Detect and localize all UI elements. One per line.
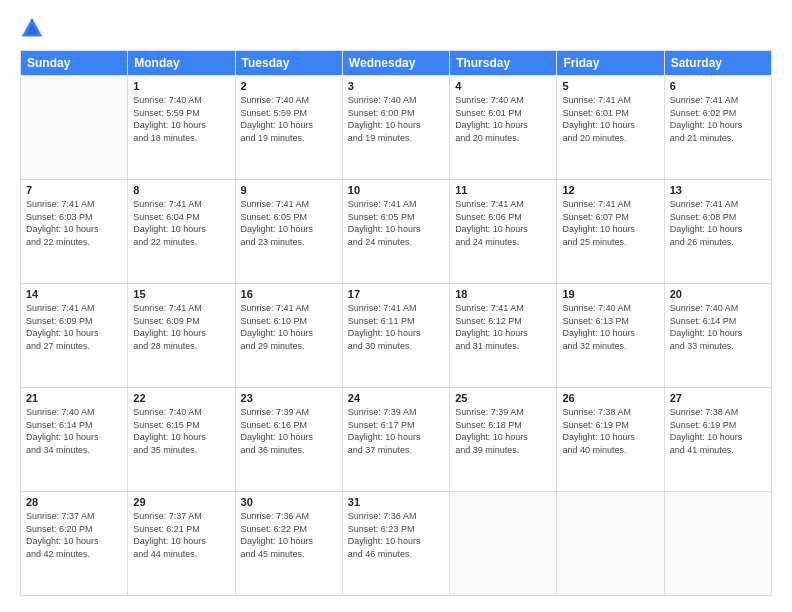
- day-number: 16: [241, 288, 337, 300]
- day-info: Sunrise: 7:36 AM Sunset: 6:22 PM Dayligh…: [241, 510, 337, 560]
- calendar-cell: 1Sunrise: 7:40 AM Sunset: 5:59 PM Daylig…: [128, 76, 235, 180]
- day-number: 25: [455, 392, 551, 404]
- day-info: Sunrise: 7:41 AM Sunset: 6:11 PM Dayligh…: [348, 302, 444, 352]
- day-info: Sunrise: 7:38 AM Sunset: 6:19 PM Dayligh…: [670, 406, 766, 456]
- calendar-week-row: 7Sunrise: 7:41 AM Sunset: 6:03 PM Daylig…: [21, 180, 772, 284]
- day-info: Sunrise: 7:41 AM Sunset: 6:10 PM Dayligh…: [241, 302, 337, 352]
- day-number: 28: [26, 496, 122, 508]
- calendar-cell: 23Sunrise: 7:39 AM Sunset: 6:16 PM Dayli…: [235, 388, 342, 492]
- calendar-cell: [450, 492, 557, 596]
- day-info: Sunrise: 7:39 AM Sunset: 6:16 PM Dayligh…: [241, 406, 337, 456]
- day-number: 17: [348, 288, 444, 300]
- day-number: 14: [26, 288, 122, 300]
- day-number: 8: [133, 184, 229, 196]
- calendar-cell: 21Sunrise: 7:40 AM Sunset: 6:14 PM Dayli…: [21, 388, 128, 492]
- weekday-header-cell: Monday: [128, 51, 235, 76]
- day-number: 3: [348, 80, 444, 92]
- calendar-cell: 19Sunrise: 7:40 AM Sunset: 6:13 PM Dayli…: [557, 284, 664, 388]
- calendar-cell: 11Sunrise: 7:41 AM Sunset: 6:06 PM Dayli…: [450, 180, 557, 284]
- day-number: 29: [133, 496, 229, 508]
- calendar-cell: [21, 76, 128, 180]
- calendar-cell: 29Sunrise: 7:37 AM Sunset: 6:21 PM Dayli…: [128, 492, 235, 596]
- day-info: Sunrise: 7:38 AM Sunset: 6:19 PM Dayligh…: [562, 406, 658, 456]
- day-number: 19: [562, 288, 658, 300]
- weekday-header-row: SundayMondayTuesdayWednesdayThursdayFrid…: [21, 51, 772, 76]
- calendar-week-row: 21Sunrise: 7:40 AM Sunset: 6:14 PM Dayli…: [21, 388, 772, 492]
- calendar-cell: 16Sunrise: 7:41 AM Sunset: 6:10 PM Dayli…: [235, 284, 342, 388]
- day-info: Sunrise: 7:41 AM Sunset: 6:05 PM Dayligh…: [241, 198, 337, 248]
- calendar-cell: 9Sunrise: 7:41 AM Sunset: 6:05 PM Daylig…: [235, 180, 342, 284]
- day-number: 9: [241, 184, 337, 196]
- day-number: 7: [26, 184, 122, 196]
- day-number: 4: [455, 80, 551, 92]
- calendar-cell: 14Sunrise: 7:41 AM Sunset: 6:09 PM Dayli…: [21, 284, 128, 388]
- day-number: 27: [670, 392, 766, 404]
- calendar-cell: 20Sunrise: 7:40 AM Sunset: 6:14 PM Dayli…: [664, 284, 771, 388]
- day-number: 20: [670, 288, 766, 300]
- day-number: 24: [348, 392, 444, 404]
- day-number: 13: [670, 184, 766, 196]
- day-info: Sunrise: 7:39 AM Sunset: 6:18 PM Dayligh…: [455, 406, 551, 456]
- calendar-cell: 25Sunrise: 7:39 AM Sunset: 6:18 PM Dayli…: [450, 388, 557, 492]
- day-info: Sunrise: 7:41 AM Sunset: 6:02 PM Dayligh…: [670, 94, 766, 144]
- day-info: Sunrise: 7:37 AM Sunset: 6:20 PM Dayligh…: [26, 510, 122, 560]
- weekday-header-cell: Thursday: [450, 51, 557, 76]
- calendar-cell: [664, 492, 771, 596]
- day-info: Sunrise: 7:40 AM Sunset: 5:59 PM Dayligh…: [133, 94, 229, 144]
- day-info: Sunrise: 7:41 AM Sunset: 6:07 PM Dayligh…: [562, 198, 658, 248]
- weekday-header-cell: Sunday: [21, 51, 128, 76]
- calendar-cell: 3Sunrise: 7:40 AM Sunset: 6:00 PM Daylig…: [342, 76, 449, 180]
- header: [20, 16, 772, 40]
- weekday-header-cell: Friday: [557, 51, 664, 76]
- day-info: Sunrise: 7:40 AM Sunset: 6:14 PM Dayligh…: [26, 406, 122, 456]
- day-info: Sunrise: 7:41 AM Sunset: 6:05 PM Dayligh…: [348, 198, 444, 248]
- day-number: 18: [455, 288, 551, 300]
- calendar-cell: 22Sunrise: 7:40 AM Sunset: 6:15 PM Dayli…: [128, 388, 235, 492]
- calendar-cell: 8Sunrise: 7:41 AM Sunset: 6:04 PM Daylig…: [128, 180, 235, 284]
- calendar-cell: 12Sunrise: 7:41 AM Sunset: 6:07 PM Dayli…: [557, 180, 664, 284]
- calendar-cell: 6Sunrise: 7:41 AM Sunset: 6:02 PM Daylig…: [664, 76, 771, 180]
- calendar-cell: 24Sunrise: 7:39 AM Sunset: 6:17 PM Dayli…: [342, 388, 449, 492]
- calendar-cell: 27Sunrise: 7:38 AM Sunset: 6:19 PM Dayli…: [664, 388, 771, 492]
- calendar-cell: 4Sunrise: 7:40 AM Sunset: 6:01 PM Daylig…: [450, 76, 557, 180]
- calendar-week-row: 28Sunrise: 7:37 AM Sunset: 6:20 PM Dayli…: [21, 492, 772, 596]
- logo: [20, 16, 48, 40]
- calendar-page: SundayMondayTuesdayWednesdayThursdayFrid…: [0, 0, 792, 612]
- day-number: 6: [670, 80, 766, 92]
- day-number: 5: [562, 80, 658, 92]
- calendar-cell: 7Sunrise: 7:41 AM Sunset: 6:03 PM Daylig…: [21, 180, 128, 284]
- calendar-table: SundayMondayTuesdayWednesdayThursdayFrid…: [20, 50, 772, 596]
- day-number: 12: [562, 184, 658, 196]
- calendar-week-row: 1Sunrise: 7:40 AM Sunset: 5:59 PM Daylig…: [21, 76, 772, 180]
- day-number: 10: [348, 184, 444, 196]
- day-info: Sunrise: 7:41 AM Sunset: 6:12 PM Dayligh…: [455, 302, 551, 352]
- day-info: Sunrise: 7:41 AM Sunset: 6:08 PM Dayligh…: [670, 198, 766, 248]
- calendar-cell: 26Sunrise: 7:38 AM Sunset: 6:19 PM Dayli…: [557, 388, 664, 492]
- calendar-cell: 5Sunrise: 7:41 AM Sunset: 6:01 PM Daylig…: [557, 76, 664, 180]
- calendar-cell: 13Sunrise: 7:41 AM Sunset: 6:08 PM Dayli…: [664, 180, 771, 284]
- day-number: 15: [133, 288, 229, 300]
- weekday-header-cell: Wednesday: [342, 51, 449, 76]
- day-info: Sunrise: 7:40 AM Sunset: 6:01 PM Dayligh…: [455, 94, 551, 144]
- day-info: Sunrise: 7:41 AM Sunset: 6:01 PM Dayligh…: [562, 94, 658, 144]
- day-info: Sunrise: 7:41 AM Sunset: 6:04 PM Dayligh…: [133, 198, 229, 248]
- day-info: Sunrise: 7:40 AM Sunset: 6:15 PM Dayligh…: [133, 406, 229, 456]
- calendar-week-row: 14Sunrise: 7:41 AM Sunset: 6:09 PM Dayli…: [21, 284, 772, 388]
- day-number: 2: [241, 80, 337, 92]
- day-info: Sunrise: 7:41 AM Sunset: 6:09 PM Dayligh…: [26, 302, 122, 352]
- day-info: Sunrise: 7:39 AM Sunset: 6:17 PM Dayligh…: [348, 406, 444, 456]
- day-info: Sunrise: 7:36 AM Sunset: 6:23 PM Dayligh…: [348, 510, 444, 560]
- calendar-cell: [557, 492, 664, 596]
- day-number: 1: [133, 80, 229, 92]
- logo-icon: [20, 16, 44, 40]
- day-number: 22: [133, 392, 229, 404]
- calendar-cell: 15Sunrise: 7:41 AM Sunset: 6:09 PM Dayli…: [128, 284, 235, 388]
- day-number: 26: [562, 392, 658, 404]
- day-info: Sunrise: 7:40 AM Sunset: 6:13 PM Dayligh…: [562, 302, 658, 352]
- day-info: Sunrise: 7:41 AM Sunset: 6:03 PM Dayligh…: [26, 198, 122, 248]
- day-number: 30: [241, 496, 337, 508]
- day-info: Sunrise: 7:37 AM Sunset: 6:21 PM Dayligh…: [133, 510, 229, 560]
- calendar-cell: 10Sunrise: 7:41 AM Sunset: 6:05 PM Dayli…: [342, 180, 449, 284]
- weekday-header-cell: Saturday: [664, 51, 771, 76]
- weekday-header-cell: Tuesday: [235, 51, 342, 76]
